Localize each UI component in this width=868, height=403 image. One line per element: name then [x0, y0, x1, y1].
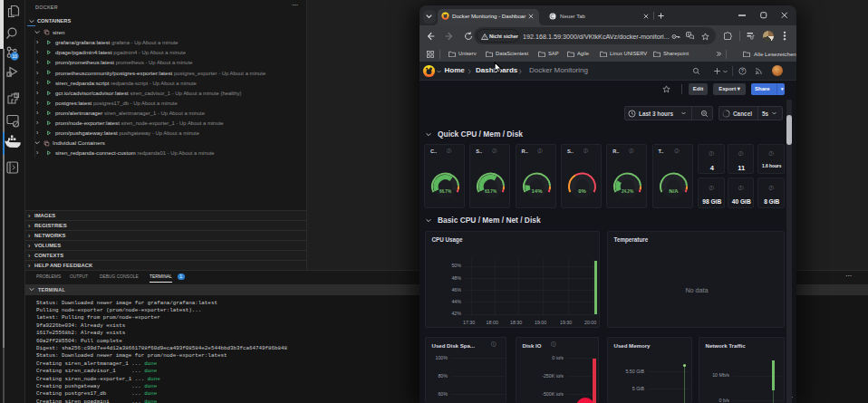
svg-text:?: ?	[741, 69, 744, 73]
svg-text:24.2%: 24.2%	[622, 189, 633, 194]
svg-text:66.7%: 66.7%	[439, 189, 451, 194]
svg-text:14%: 14%	[531, 188, 543, 194]
svg-text:10: 10	[12, 53, 17, 59]
svg-text:0%: 0%	[578, 188, 586, 194]
svg-text:N/A: N/A	[669, 188, 679, 194]
svg-text:63.7%: 63.7%	[485, 189, 497, 194]
